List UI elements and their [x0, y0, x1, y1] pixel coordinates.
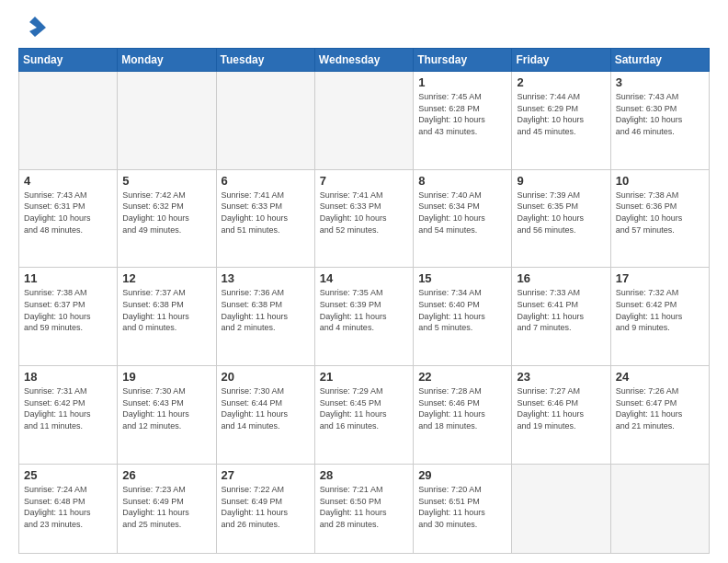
- day-info: Sunrise: 7:34 AM Sunset: 6:40 PM Dayligh…: [418, 287, 506, 333]
- day-info: Sunrise: 7:39 AM Sunset: 6:35 PM Dayligh…: [517, 190, 605, 236]
- day-number: 1: [418, 75, 506, 89]
- day-number: 8: [418, 174, 506, 188]
- calendar-cell: 29Sunrise: 7:20 AM Sunset: 6:51 PM Dayli…: [414, 464, 512, 553]
- page: SundayMondayTuesdayWednesdayThursdayFrid…: [0, 0, 728, 563]
- calendar-cell: 14Sunrise: 7:35 AM Sunset: 6:39 PM Dayli…: [314, 268, 413, 366]
- weekday-header-sunday: Sunday: [19, 49, 118, 72]
- day-number: 11: [24, 271, 112, 285]
- day-info: Sunrise: 7:23 AM Sunset: 6:49 PM Dayligh…: [122, 484, 210, 530]
- calendar-cell: [216, 72, 314, 170]
- calendar-cell: 6Sunrise: 7:41 AM Sunset: 6:33 PM Daylig…: [216, 169, 314, 268]
- calendar-cell: 4Sunrise: 7:43 AM Sunset: 6:31 PM Daylig…: [19, 169, 118, 268]
- calendar-cell: 26Sunrise: 7:23 AM Sunset: 6:49 PM Dayli…: [118, 464, 216, 553]
- day-number: 27: [222, 468, 310, 482]
- day-info: Sunrise: 7:40 AM Sunset: 6:34 PM Dayligh…: [418, 190, 506, 236]
- day-number: 3: [616, 75, 704, 89]
- calendar-cell: 27Sunrise: 7:22 AM Sunset: 6:49 PM Dayli…: [216, 464, 314, 553]
- day-number: 13: [222, 271, 310, 285]
- day-info: Sunrise: 7:30 AM Sunset: 6:43 PM Dayligh…: [122, 385, 210, 431]
- calendar-week-2: 4Sunrise: 7:43 AM Sunset: 6:31 PM Daylig…: [19, 169, 710, 268]
- day-info: Sunrise: 7:27 AM Sunset: 6:46 PM Dayligh…: [517, 385, 605, 431]
- calendar-cell: 8Sunrise: 7:40 AM Sunset: 6:34 PM Daylig…: [414, 169, 512, 268]
- day-number: 20: [222, 370, 310, 384]
- day-info: Sunrise: 7:35 AM Sunset: 6:39 PM Dayligh…: [320, 287, 408, 333]
- calendar-week-5: 25Sunrise: 7:24 AM Sunset: 6:48 PM Dayli…: [19, 464, 710, 553]
- calendar-week-4: 18Sunrise: 7:31 AM Sunset: 6:42 PM Dayli…: [19, 366, 710, 465]
- day-info: Sunrise: 7:42 AM Sunset: 6:32 PM Dayligh…: [122, 190, 210, 236]
- day-number: 29: [418, 468, 506, 482]
- day-info: Sunrise: 7:26 AM Sunset: 6:47 PM Dayligh…: [616, 385, 704, 431]
- calendar-cell: 5Sunrise: 7:42 AM Sunset: 6:32 PM Daylig…: [118, 169, 216, 268]
- calendar-cell: 19Sunrise: 7:30 AM Sunset: 6:43 PM Dayli…: [118, 366, 216, 465]
- calendar-cell: 21Sunrise: 7:29 AM Sunset: 6:45 PM Dayli…: [314, 366, 413, 465]
- day-info: Sunrise: 7:41 AM Sunset: 6:33 PM Dayligh…: [222, 190, 310, 236]
- calendar-cell: 12Sunrise: 7:37 AM Sunset: 6:38 PM Dayli…: [118, 268, 216, 366]
- day-number: 21: [320, 370, 408, 384]
- day-info: Sunrise: 7:45 AM Sunset: 6:28 PM Dayligh…: [418, 91, 506, 137]
- logo-icon: [22, 15, 48, 40]
- day-info: Sunrise: 7:38 AM Sunset: 6:36 PM Dayligh…: [616, 190, 704, 236]
- day-info: Sunrise: 7:44 AM Sunset: 6:29 PM Dayligh…: [517, 91, 605, 137]
- day-number: 17: [616, 271, 704, 285]
- weekday-header-wednesday: Wednesday: [314, 49, 413, 72]
- calendar-cell: 28Sunrise: 7:21 AM Sunset: 6:50 PM Dayli…: [314, 464, 413, 553]
- weekday-header-friday: Friday: [512, 49, 610, 72]
- day-info: Sunrise: 7:21 AM Sunset: 6:50 PM Dayligh…: [320, 484, 408, 530]
- calendar-cell: 3Sunrise: 7:43 AM Sunset: 6:30 PM Daylig…: [610, 72, 709, 170]
- calendar-cell: [512, 464, 610, 553]
- day-number: 12: [122, 271, 210, 285]
- calendar-cell: [610, 464, 709, 553]
- calendar-cell: 10Sunrise: 7:38 AM Sunset: 6:36 PM Dayli…: [610, 169, 709, 268]
- calendar-week-1: 1Sunrise: 7:45 AM Sunset: 6:28 PM Daylig…: [19, 72, 710, 170]
- day-info: Sunrise: 7:28 AM Sunset: 6:46 PM Dayligh…: [418, 385, 506, 431]
- calendar-cell: 15Sunrise: 7:34 AM Sunset: 6:40 PM Dayli…: [414, 268, 512, 366]
- day-number: 7: [320, 174, 408, 188]
- day-info: Sunrise: 7:32 AM Sunset: 6:42 PM Dayligh…: [616, 287, 704, 333]
- calendar-week-3: 11Sunrise: 7:38 AM Sunset: 6:37 PM Dayli…: [19, 268, 710, 366]
- day-info: Sunrise: 7:20 AM Sunset: 6:51 PM Dayligh…: [418, 484, 506, 530]
- calendar-cell: 11Sunrise: 7:38 AM Sunset: 6:37 PM Dayli…: [19, 268, 118, 366]
- day-info: Sunrise: 7:31 AM Sunset: 6:42 PM Dayligh…: [24, 385, 112, 431]
- day-number: 4: [24, 174, 112, 188]
- calendar-cell: 7Sunrise: 7:41 AM Sunset: 6:33 PM Daylig…: [314, 169, 413, 268]
- day-info: Sunrise: 7:22 AM Sunset: 6:49 PM Dayligh…: [222, 484, 310, 530]
- day-number: 15: [418, 271, 506, 285]
- day-number: 28: [320, 468, 408, 482]
- calendar-cell: 1Sunrise: 7:45 AM Sunset: 6:28 PM Daylig…: [414, 72, 512, 170]
- weekday-header-row: SundayMondayTuesdayWednesdayThursdayFrid…: [19, 49, 710, 72]
- day-number: 2: [517, 75, 605, 89]
- day-info: Sunrise: 7:41 AM Sunset: 6:33 PM Dayligh…: [320, 190, 408, 236]
- calendar-cell: [314, 72, 413, 170]
- day-number: 22: [418, 370, 506, 384]
- weekday-header-saturday: Saturday: [610, 49, 709, 72]
- day-info: Sunrise: 7:38 AM Sunset: 6:37 PM Dayligh…: [24, 287, 112, 333]
- calendar-cell: 23Sunrise: 7:27 AM Sunset: 6:46 PM Dayli…: [512, 366, 610, 465]
- calendar-cell: 13Sunrise: 7:36 AM Sunset: 6:38 PM Dayli…: [216, 268, 314, 366]
- calendar-cell: 16Sunrise: 7:33 AM Sunset: 6:41 PM Dayli…: [512, 268, 610, 366]
- day-number: 5: [122, 174, 210, 188]
- weekday-header-monday: Monday: [118, 49, 216, 72]
- day-number: 10: [616, 174, 704, 188]
- day-info: Sunrise: 7:43 AM Sunset: 6:30 PM Dayligh…: [616, 91, 704, 137]
- calendar-cell: [19, 72, 118, 170]
- calendar-cell: 25Sunrise: 7:24 AM Sunset: 6:48 PM Dayli…: [19, 464, 118, 553]
- day-number: 9: [517, 174, 605, 188]
- calendar-cell: 9Sunrise: 7:39 AM Sunset: 6:35 PM Daylig…: [512, 169, 610, 268]
- weekday-header-tuesday: Tuesday: [216, 49, 314, 72]
- weekday-header-thursday: Thursday: [414, 49, 512, 72]
- day-number: 6: [222, 174, 310, 188]
- day-info: Sunrise: 7:37 AM Sunset: 6:38 PM Dayligh…: [122, 287, 210, 333]
- day-number: 19: [122, 370, 210, 384]
- day-number: 24: [616, 370, 704, 384]
- day-info: Sunrise: 7:33 AM Sunset: 6:41 PM Dayligh…: [517, 287, 605, 333]
- calendar-cell: 20Sunrise: 7:30 AM Sunset: 6:44 PM Dayli…: [216, 366, 314, 465]
- day-info: Sunrise: 7:30 AM Sunset: 6:44 PM Dayligh…: [222, 385, 310, 431]
- logo: [18, 15, 48, 40]
- day-number: 26: [122, 468, 210, 482]
- calendar-cell: 2Sunrise: 7:44 AM Sunset: 6:29 PM Daylig…: [512, 72, 610, 170]
- calendar-cell: [118, 72, 216, 170]
- calendar-table: SundayMondayTuesdayWednesdayThursdayFrid…: [18, 48, 710, 554]
- day-number: 18: [24, 370, 112, 384]
- day-number: 25: [24, 468, 112, 482]
- day-number: 16: [517, 271, 605, 285]
